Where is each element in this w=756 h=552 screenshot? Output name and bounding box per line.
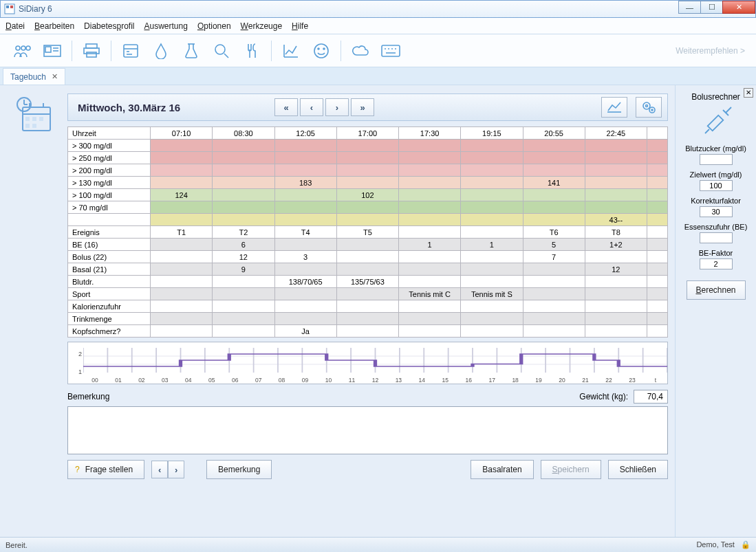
people-icon[interactable] xyxy=(12,41,32,60)
svg-rect-7 xyxy=(45,47,51,52)
diary-grid[interactable]: Uhrzeit07:1008:3012:0517:0017:3019:1520:… xyxy=(67,126,668,338)
settings-button[interactable] xyxy=(636,97,662,118)
status-ready: Bereit. xyxy=(6,541,28,549)
svg-line-19 xyxy=(224,54,228,58)
remark-button[interactable]: Bemerkung xyxy=(206,460,272,479)
status-user: Demo, Test xyxy=(696,540,734,549)
minimize-button[interactable]: — xyxy=(678,1,701,14)
bolus-title: Bolusrechner xyxy=(680,92,752,102)
statusbar: Bereit. Demo, Test 🔒 xyxy=(0,537,756,552)
tab-diary[interactable]: Tagebuch ✕ xyxy=(3,68,65,85)
last-day-button[interactable]: » xyxy=(351,98,374,116)
svg-rect-41 xyxy=(25,124,30,128)
tab-label: Tagebuch xyxy=(10,72,46,82)
recommend-link[interactable]: Weiterempfehlen > xyxy=(676,46,745,56)
food-input[interactable] xyxy=(700,232,733,243)
prev-day-button[interactable]: ‹ xyxy=(300,98,323,116)
chart-button[interactable] xyxy=(601,97,627,118)
svg-point-5 xyxy=(26,46,30,50)
bolus-panel: ✕ Bolusrechner Blutzucker (mg/dl) Zielwe… xyxy=(675,85,756,537)
next-day-button[interactable]: › xyxy=(325,98,349,116)
corr-input[interactable] xyxy=(700,206,733,217)
readings-icon[interactable] xyxy=(121,41,140,60)
svg-point-24 xyxy=(323,48,325,49)
lock-icon: 🔒 xyxy=(741,540,750,549)
weight-value[interactable]: 70,4 xyxy=(634,390,668,404)
ask-question-button[interactable]: ?Frage stellen xyxy=(67,460,144,479)
basal-chart: 21 0001020304050607080910111213141516171… xyxy=(67,342,668,384)
maximize-button[interactable]: ☐ xyxy=(700,1,723,14)
svg-rect-13 xyxy=(124,45,138,57)
keyboard-icon[interactable] xyxy=(381,41,400,60)
drop-icon[interactable] xyxy=(151,41,171,60)
flask-icon[interactable] xyxy=(182,41,201,60)
stats-icon[interactable] xyxy=(281,41,301,60)
svg-rect-77 xyxy=(707,115,723,131)
svg-rect-1 xyxy=(6,5,9,8)
tabstrip: Tagebuch ✕ xyxy=(0,67,756,85)
svg-rect-42 xyxy=(32,124,36,128)
date-header: Mittwoch, 30.März 16 « ‹ › » xyxy=(67,93,668,121)
menu-profile[interactable]: Diabetesprofil xyxy=(84,21,134,31)
current-date: Mittwoch, 30.März 16 xyxy=(74,102,266,113)
menu-options[interactable]: Optionen xyxy=(197,21,231,31)
svg-point-22 xyxy=(314,44,328,58)
svg-point-4 xyxy=(21,46,25,50)
svg-point-45 xyxy=(646,105,648,107)
svg-point-3 xyxy=(16,46,20,50)
ask-next-button[interactable]: › xyxy=(168,461,184,478)
toolbar: Weiterempfehlen > xyxy=(0,34,756,67)
svg-point-47 xyxy=(651,109,653,111)
svg-rect-40 xyxy=(39,117,43,121)
svg-point-23 xyxy=(318,48,319,49)
compute-button[interactable]: Berechnen xyxy=(687,280,746,300)
card-icon[interactable] xyxy=(43,41,62,60)
window-title: SiDiary 6 xyxy=(19,4,52,14)
factor-input[interactable] xyxy=(700,258,733,269)
svg-line-75 xyxy=(726,107,731,113)
titlebar: SiDiary 6 — ☐ ✕ xyxy=(0,0,756,18)
menu-edit[interactable]: Bearbeiten xyxy=(34,21,74,31)
bg-input[interactable] xyxy=(700,154,733,165)
svg-point-46 xyxy=(649,107,655,113)
menu-help[interactable]: Hilfe xyxy=(292,21,308,31)
svg-rect-2 xyxy=(10,5,13,8)
menu-tools[interactable]: Werkzeuge xyxy=(241,21,282,31)
save-button[interactable]: Speichern xyxy=(541,460,601,479)
svg-rect-25 xyxy=(382,45,400,56)
smiley-icon[interactable] xyxy=(312,41,331,60)
svg-point-44 xyxy=(643,102,650,109)
target-input[interactable] xyxy=(700,180,733,191)
svg-point-18 xyxy=(215,45,225,54)
print-icon[interactable] xyxy=(82,41,101,60)
menu-file[interactable]: Datei xyxy=(6,21,25,31)
close-window-button[interactable]: ✕ xyxy=(722,1,755,14)
svg-rect-39 xyxy=(32,117,36,121)
first-day-button[interactable]: « xyxy=(274,98,298,116)
panel-close-icon[interactable]: ✕ xyxy=(744,88,753,98)
food-icon[interactable] xyxy=(242,41,261,60)
search-icon[interactable] xyxy=(212,41,231,60)
remark-textarea[interactable] xyxy=(67,406,668,454)
app-icon xyxy=(4,3,15,14)
weight-label: Gewicht (kg): xyxy=(579,392,628,401)
menu-analysis[interactable]: Auswertung xyxy=(144,21,188,31)
tab-close-icon[interactable]: ✕ xyxy=(52,72,58,81)
menubar: Datei Bearbeiten Diabetesprofil Auswertu… xyxy=(0,18,756,34)
syringe-icon xyxy=(700,106,733,139)
close-button[interactable]: Schließen xyxy=(608,460,668,479)
svg-rect-12 xyxy=(87,52,96,57)
ask-prev-button[interactable]: ‹ xyxy=(151,461,168,478)
basalrates-button[interactable]: Basalraten xyxy=(471,460,533,479)
svg-line-78 xyxy=(705,129,709,133)
cloud-icon[interactable] xyxy=(351,41,370,60)
svg-rect-38 xyxy=(25,117,30,121)
svg-rect-10 xyxy=(86,44,97,48)
calendar-clock-icon[interactable] xyxy=(14,95,53,537)
remark-label: Bemerkung xyxy=(67,392,109,401)
